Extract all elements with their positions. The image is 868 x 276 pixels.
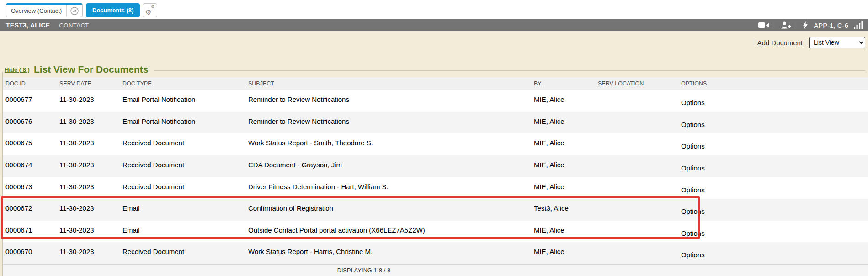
divider xyxy=(797,22,797,29)
displaying-count: DISPLAYING 1-8 / 8 xyxy=(3,265,725,274)
cell-subject: Reminder to Review Notifications xyxy=(248,112,534,134)
cell-doc-type: Email xyxy=(122,199,248,221)
cell-by: MIE, Alice xyxy=(534,112,598,134)
cell-doc-id: 0000677 xyxy=(3,90,59,112)
options-link[interactable]: Options xyxy=(681,155,868,177)
cell-serv-date: 11-30-2023 xyxy=(59,155,122,177)
gears-icon: ⚙⚙ xyxy=(145,6,154,15)
video-camera-icon[interactable] xyxy=(758,22,769,28)
hide-link[interactable]: Hide ( 8 ) xyxy=(5,66,30,73)
cell-serv-location xyxy=(598,133,681,155)
cell-subject: CDA Document - Grayson, Jim xyxy=(248,155,534,177)
context-bar: TEST3, ALICE CONTACT APP-1, C-6 xyxy=(0,19,868,31)
tab-settings-button[interactable]: ⚙⚙ xyxy=(143,3,157,17)
tab-documents[interactable]: Documents (8) xyxy=(86,3,140,17)
add-document-link[interactable]: Add Document xyxy=(757,39,803,47)
cell-subject: Confirmation of Registration xyxy=(248,199,534,221)
table-body: 0000677 11-30-2023 Email Portal Notifica… xyxy=(3,90,868,264)
open-in-new-window-icon[interactable] xyxy=(66,5,82,17)
cell-by: MIE, Alice xyxy=(534,242,598,264)
cell-subject: Driver Fitness Determination - Hart, Wil… xyxy=(248,177,534,199)
cell-serv-date: 11-30-2023 xyxy=(59,133,122,155)
cell-by: MIE, Alice xyxy=(534,155,598,177)
cell-doc-type: Email xyxy=(122,221,248,243)
tab-bar: Overview (Contact) Documents (8) ⚙⚙ xyxy=(0,0,868,19)
cell-serv-location xyxy=(598,112,681,134)
cell-serv-date: 11-30-2023 xyxy=(59,112,122,134)
cell-doc-id: 0000673 xyxy=(3,177,59,199)
tab-overview-contact[interactable]: Overview (Contact) xyxy=(6,3,83,17)
column-header-serv-date[interactable]: SERV DATE xyxy=(59,77,122,90)
divider xyxy=(806,39,806,46)
table-row: 0000671 11-30-2023 Email Outside Contact… xyxy=(3,221,868,243)
table-row: 0000676 11-30-2023 Email Portal Notifica… xyxy=(3,112,868,134)
table-row: 0000673 11-30-2023 Received Document Dri… xyxy=(3,177,868,199)
cell-serv-location xyxy=(598,199,681,221)
app-context-label: APP-1, C-6 xyxy=(814,21,848,29)
table-row: 0000674 11-30-2023 Received Document CDA… xyxy=(3,155,868,177)
panel-header: Hide ( 8 ) List View For Documents xyxy=(5,64,865,75)
cell-subject: Work Status Report - Smith, Theodore S. xyxy=(248,133,534,155)
cell-serv-date: 11-30-2023 xyxy=(59,177,122,199)
cell-by: MIE, Alice xyxy=(534,133,598,155)
options-link[interactable]: Options xyxy=(681,90,868,112)
cell-doc-type: Email Portal Notification xyxy=(122,112,248,134)
cell-serv-location xyxy=(598,242,681,264)
cell-doc-type: Received Document xyxy=(122,242,248,264)
contact-name: TEST3, ALICE xyxy=(6,21,50,29)
cell-by: MIE, Alice xyxy=(534,177,598,199)
cell-doc-type: Email Portal Notification xyxy=(122,90,248,112)
lightning-icon[interactable] xyxy=(803,21,808,29)
cell-serv-location xyxy=(598,90,681,112)
cell-serv-location xyxy=(598,155,681,177)
cell-doc-id: 0000672 xyxy=(3,199,59,221)
table-row: 0000677 11-30-2023 Email Portal Notifica… xyxy=(3,90,868,112)
options-link[interactable]: Options xyxy=(681,242,868,264)
tab-overview-label: Overview (Contact) xyxy=(6,7,66,14)
column-header-by[interactable]: BY xyxy=(534,77,598,90)
cell-doc-id: 0000671 xyxy=(3,221,59,243)
cell-doc-id: 0000674 xyxy=(3,155,59,177)
column-header-options[interactable]: OPTIONS xyxy=(681,77,868,90)
cell-serv-location xyxy=(598,221,681,243)
table-footer: DISPLAYING 1-8 / 8 xyxy=(3,264,868,276)
options-link[interactable]: Options xyxy=(681,112,868,134)
cell-subject: Outside Contact Portal portal activation… xyxy=(248,221,534,243)
options-link[interactable]: Options xyxy=(681,221,868,243)
table-row: 0000675 11-30-2023 Received Document Wor… xyxy=(3,133,868,155)
cell-by: Test3, Alice xyxy=(534,199,598,221)
view-select[interactable]: List View xyxy=(809,37,865,48)
table-header: DOC ID SERV DATE DOC TYPE SUBJECT BY SER… xyxy=(3,77,868,90)
cell-serv-date: 11-30-2023 xyxy=(59,90,122,112)
cell-serv-location xyxy=(598,177,681,199)
column-header-doc-type[interactable]: DOC TYPE xyxy=(122,77,248,90)
cell-serv-date: 11-30-2023 xyxy=(59,199,122,221)
bar-chart-icon[interactable] xyxy=(854,21,863,29)
cell-by: MIE, Alice xyxy=(534,90,598,112)
options-link[interactable]: Options xyxy=(681,133,868,155)
divider xyxy=(775,22,775,29)
cell-doc-type: Received Document xyxy=(122,133,248,155)
tab-documents-label: Documents (8) xyxy=(92,7,133,14)
cell-by: MIE, Alice xyxy=(534,221,598,243)
person-add-icon[interactable] xyxy=(781,21,791,29)
documents-toolbar: Add Document List View xyxy=(754,37,865,48)
cell-subject: Reminder to Review Notifications xyxy=(248,90,534,112)
legend-line xyxy=(154,70,865,71)
table-row: 0000672 11-30-2023 Email Confirmation of… xyxy=(3,199,868,221)
column-header-serv-location[interactable]: SERV LOCATION xyxy=(598,77,681,90)
cell-serv-date: 11-30-2023 xyxy=(59,221,122,243)
divider xyxy=(754,39,754,46)
options-link[interactable]: Options xyxy=(681,177,868,199)
table-row: 0000670 11-30-2023 Received Document Wor… xyxy=(3,242,868,264)
cell-doc-type: Received Document xyxy=(122,155,248,177)
contact-type-label: CONTACT xyxy=(59,22,89,29)
cell-doc-id: 0000670 xyxy=(3,242,59,264)
column-header-doc-id[interactable]: DOC ID xyxy=(3,77,59,90)
options-link[interactable]: Options xyxy=(681,199,868,221)
cell-subject: Work Status Report - Harris, Christine M… xyxy=(248,242,534,264)
column-header-subject[interactable]: SUBJECT xyxy=(248,77,534,90)
cell-serv-date: 11-30-2023 xyxy=(59,242,122,264)
cell-doc-id: 0000675 xyxy=(3,133,59,155)
page-title: List View For Documents xyxy=(34,64,149,75)
